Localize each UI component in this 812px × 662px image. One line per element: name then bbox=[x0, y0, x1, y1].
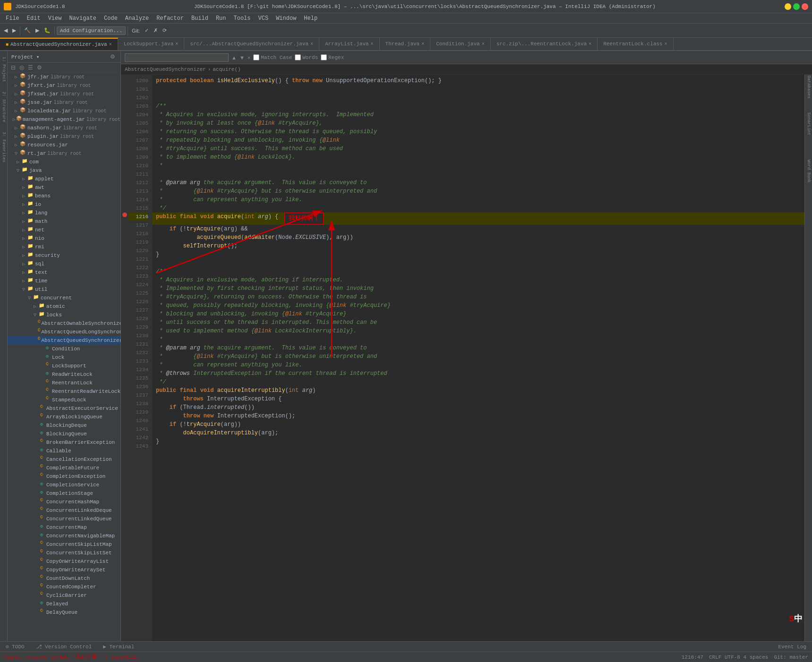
tab-close-4[interactable]: × bbox=[371, 42, 374, 47]
tree-item-jfxrt[interactable]: ▷ 📦 jfxrt.jar library root bbox=[8, 81, 120, 90]
toolbar-git-refresh[interactable]: ⟳ bbox=[161, 26, 169, 34]
tree-item-arraybq[interactable]: © ArrayBlockingQueue bbox=[8, 413, 120, 421]
panel-settings-btn[interactable]: ⚙ bbox=[109, 53, 117, 60]
minimize-button[interactable] bbox=[785, 3, 791, 10]
tree-item-cowal[interactable]: © CopyOnWriteArrayList bbox=[8, 557, 120, 566]
tree-item-blockingqueue[interactable]: ◎ BlockingQueue bbox=[8, 430, 120, 438]
search-prev-btn[interactable]: ▲ bbox=[231, 55, 237, 60]
menu-tools[interactable]: Tools bbox=[230, 14, 255, 23]
tree-item-locksupport-tree[interactable]: © LockSupport bbox=[8, 362, 120, 370]
tree-item-nio[interactable]: ▷ 📁 nio bbox=[8, 234, 120, 243]
menu-help[interactable]: Help bbox=[300, 14, 321, 23]
tab-close-2[interactable]: × bbox=[175, 42, 178, 47]
tree-item-net[interactable]: ▷ 📁 net bbox=[8, 226, 120, 234]
tree-item-completionstage[interactable]: ◎ CompletionStage bbox=[8, 489, 120, 498]
tree-item-jfxswt[interactable]: ▷ 📦 jfxswt.jar library root bbox=[8, 90, 120, 98]
tab-src-abstractqueued[interactable]: src/...AbstractQueuedSynchronizer.java × bbox=[184, 38, 319, 50]
tree-item-delayed[interactable]: ◎ Delayed bbox=[8, 600, 120, 608]
menu-navigate[interactable]: Navigate bbox=[65, 14, 100, 23]
tree-item-time[interactable]: ▷ 📁 time bbox=[8, 277, 120, 285]
tree-item-csls[interactable]: © ConcurrentSkipListSet bbox=[8, 549, 120, 557]
sidebar-favorites-icon[interactable]: 3: Favorites bbox=[1, 128, 7, 166]
toolbar-build[interactable]: 🔨 bbox=[22, 26, 33, 34]
tab-close-5[interactable]: × bbox=[421, 42, 424, 47]
tree-item-lock[interactable]: ◎ Lock bbox=[8, 353, 120, 362]
tree-item-atomic[interactable]: ▷ 📁 atomic bbox=[8, 302, 120, 311]
tree-item-util[interactable]: ▽ 📁 util bbox=[8, 285, 120, 294]
tree-item-resources[interactable]: ▷ 📦 resources.jar bbox=[8, 141, 120, 149]
tab-version-control[interactable]: ⎇ Version Control bbox=[30, 643, 98, 651]
tree-item-abstractqueuedlong[interactable]: © AbstractQueuedLongSynchronizer bbox=[8, 328, 120, 336]
toolbar-back[interactable]: ◀ bbox=[2, 26, 9, 34]
menu-analyze[interactable]: Analyze bbox=[121, 14, 153, 23]
tab-reentrantlock-src[interactable]: src.zip\...ReentrantLock.java × bbox=[491, 38, 598, 50]
close-button[interactable] bbox=[802, 3, 808, 10]
menu-build[interactable]: Build bbox=[188, 14, 212, 23]
menu-window[interactable]: Window bbox=[272, 14, 300, 23]
tree-item-cdl[interactable]: © CountDownLatch bbox=[8, 574, 120, 583]
match-case-checkbox[interactable] bbox=[253, 54, 259, 60]
toolbar-git-check[interactable]: ✓ bbox=[143, 26, 151, 34]
menu-file[interactable]: File bbox=[2, 14, 23, 23]
tree-item-brokenbex[interactable]: © BrokenBarrierException bbox=[8, 438, 120, 447]
tree-item-nashorn[interactable]: ▷ 📦 nashorn.jar library root bbox=[8, 124, 120, 132]
tab-close-1[interactable]: × bbox=[109, 42, 112, 47]
tree-item-reentrantlock-tree[interactable]: © ReentrantLock bbox=[8, 379, 120, 387]
tree-item-delayqueue[interactable]: © DelayQueue bbox=[8, 608, 120, 617]
tree-item-jsse[interactable]: ▷ 📦 jsse.jar library root bbox=[8, 98, 120, 107]
panel-filter-btn[interactable]: ☰ bbox=[26, 64, 34, 71]
tree-item-rmi[interactable]: ▷ 📁 rmi bbox=[8, 243, 120, 251]
maximize-button[interactable] bbox=[793, 3, 800, 10]
tab-event-log[interactable]: Event Log bbox=[773, 643, 812, 651]
right-scrollbar[interactable]: Databases SonarLint Word Book bbox=[804, 75, 812, 641]
tree-item-abstractqueued[interactable]: © AbstractQueuedSynchronizer bbox=[8, 336, 120, 345]
tree-item-applet[interactable]: ▷ 📁 applet bbox=[8, 175, 120, 183]
toolbar-git[interactable]: Git: bbox=[130, 27, 142, 34]
panel-gear-btn[interactable]: ⚙ bbox=[35, 64, 43, 71]
tab-todo[interactable]: ⊙ TODO bbox=[0, 643, 30, 651]
menu-code[interactable]: Code bbox=[100, 14, 121, 23]
panel-collapse-btn[interactable]: ⊟ bbox=[9, 64, 17, 71]
tree-item-concurrent[interactable]: ▽ 📁 concurrent bbox=[8, 294, 120, 302]
tab-reentrantlock-class[interactable]: ReentrantLock.class × bbox=[598, 38, 673, 50]
tree-item-sql[interactable]: ▷ 📁 sql bbox=[8, 260, 120, 268]
tree-item-mgmtagent[interactable]: ▷ 📦 management-agent.jar library root bbox=[8, 115, 120, 124]
tab-close-3[interactable]: × bbox=[310, 42, 313, 47]
tree-item-stampedlock[interactable]: © StampedLock bbox=[8, 396, 120, 404]
panel-locate-btn[interactable]: ◎ bbox=[18, 64, 26, 71]
sonarlint-side-tab[interactable]: SonarLint bbox=[806, 112, 811, 136]
tab-arraylist[interactable]: ArrayList.java × bbox=[319, 38, 379, 50]
tree-item-locks[interactable]: ▽ 📁 locks bbox=[8, 311, 120, 319]
wordbook-tab[interactable]: Word Book bbox=[806, 160, 811, 183]
tree-item-java[interactable]: ▽ 📁 java bbox=[8, 166, 120, 175]
toolbar-forward[interactable]: ▶ bbox=[10, 26, 18, 34]
tree-item-text[interactable]: ▷ 📁 text bbox=[8, 268, 120, 277]
menu-vcs[interactable]: VCS bbox=[255, 14, 273, 23]
tree-item-reentrantreadwrite[interactable]: © ReentrantReadWriteLock bbox=[8, 387, 120, 396]
words-checkbox[interactable] bbox=[295, 54, 301, 60]
tree-item-completionex[interactable]: © CompletionException bbox=[8, 472, 120, 481]
menu-edit[interactable]: Edit bbox=[23, 14, 44, 23]
tree-item-completionservice[interactable]: ◎ CompletionService bbox=[8, 481, 120, 489]
breadcrumb-method[interactable]: acquire() bbox=[213, 67, 240, 72]
tree-item-jfr[interactable]: ▷ 📦 jfr.jar library root bbox=[8, 73, 120, 81]
tree-item-cslm[interactable]: © ConcurrentSkipListMap bbox=[8, 540, 120, 549]
tree-item-cowas[interactable]: © CopyOnWriteArraySet bbox=[8, 566, 120, 574]
tab-close-8[interactable]: × bbox=[665, 42, 667, 47]
tree-item-abstractownable[interactable]: © AbstractOwnableSynchronizer bbox=[8, 319, 120, 328]
tab-condition[interactable]: Condition.java × bbox=[430, 38, 490, 50]
menu-refactor[interactable]: Refactor bbox=[153, 14, 188, 23]
sidebar-structure-icon[interactable]: 2: Structure bbox=[1, 88, 7, 126]
tree-item-completablefuture[interactable]: © CompletableFuture bbox=[8, 464, 120, 472]
tree-item-readwritelock[interactable]: ◎ ReadWriteLock bbox=[8, 370, 120, 379]
tree-item-chm[interactable]: © ConcurrentHashMap bbox=[8, 498, 120, 506]
tab-thread[interactable]: Thread.java × bbox=[380, 38, 431, 50]
tab-abstractqueued[interactable]: ■ AbstractQueuedSynchronizer.java × bbox=[0, 38, 118, 50]
tree-item-clq[interactable]: © ConcurrentLinkedQueue bbox=[8, 515, 120, 523]
tree-item-awt[interactable]: ▷ 📁 awt bbox=[8, 183, 120, 192]
tab-close-6[interactable]: × bbox=[482, 42, 485, 47]
tree-item-beans[interactable]: ▷ 📁 beans bbox=[8, 192, 120, 200]
tree-item-countedcompleter[interactable]: © CountedCompleter bbox=[8, 583, 120, 591]
tree-item-rt[interactable]: ▽ 📦 rt.jar library root bbox=[8, 149, 120, 158]
menu-run[interactable]: Run bbox=[212, 14, 230, 23]
